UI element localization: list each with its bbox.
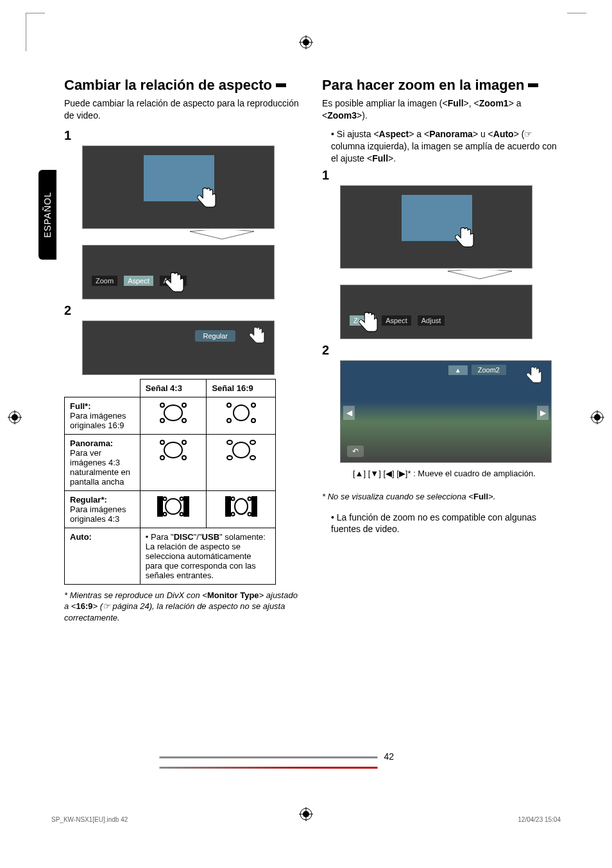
svg-point-44 [231, 512, 234, 515]
footer-right: 12/04/23 15:04 [518, 816, 561, 823]
row-auto-label: Auto: [70, 532, 92, 542]
svg-point-36 [180, 497, 183, 500]
left-intro: Puede cambiar la relación de aspecto par… [64, 97, 303, 122]
auto-text-a: Para " [151, 532, 174, 542]
language-tab: ESPAÑOL [38, 170, 56, 260]
menu-zoom: Zoom [92, 276, 117, 286]
registration-mark-left [8, 410, 22, 426]
r-step-2-label: 2 [322, 343, 561, 358]
svg-point-24 [182, 440, 186, 444]
shape-reg-43 [140, 490, 207, 528]
registration-mark-right [590, 410, 604, 426]
row-auto: Auto: [65, 528, 140, 584]
right-bullet-2: La función de zoom no es compatible con … [331, 512, 561, 536]
row-full-desc: Para imágenes originales 16:9 [70, 411, 126, 430]
svg-point-3 [303, 39, 309, 46]
step2-screenshot: Regular [82, 321, 275, 375]
right-intro: Es posible ampliar la imagen (<Full>, <Z… [322, 97, 561, 122]
ri-b: >, < [464, 98, 479, 108]
svg-point-30 [227, 456, 232, 460]
svg-point-21 [251, 419, 255, 422]
fn-169: 16:9 [76, 601, 92, 611]
step-2-label: 2 [64, 303, 303, 318]
nav-right-icon: ▶ [537, 406, 548, 420]
arrow-keys-note: [▲] [▼] [◀] [▶]* : Mueve el cuadro de am… [353, 468, 561, 480]
zoom-topbar: ▲ Zoom2 [448, 365, 506, 375]
b1-c: > u < [473, 129, 493, 139]
ri-a: Es posible ampliar la imagen (< [322, 98, 448, 108]
svg-point-12 [164, 405, 182, 421]
page-number: 42 [153, 751, 459, 772]
tap-hand-icon [356, 310, 384, 340]
registration-mark-top [299, 35, 313, 51]
heading-rule-icon [528, 83, 538, 87]
footer-left: SP_KW-NSX1[EU].indb 42 [51, 816, 128, 823]
fn-a: * Mientras se reproduce un DivX con < [64, 590, 207, 600]
aspect-table: Señal 4:3 Señal 16:9 Full*: Para imágene… [64, 379, 276, 585]
left-heading: Cambiar la relación de aspecto [64, 77, 303, 94]
auto-slash: "/" [194, 532, 202, 542]
row-auto-desc: • Para "DISC"/"USB" solamente: La relaci… [140, 528, 275, 584]
shape-full-43 [140, 397, 207, 434]
flow-arrow-icon [141, 230, 303, 244]
auto-disc: DISC [174, 532, 194, 542]
menu-adjust: Adjust [418, 315, 445, 326]
row-full-label: Full*: [70, 401, 91, 411]
aspect-pill: Regular [195, 330, 235, 342]
b1-auto: Auto [493, 129, 514, 139]
left-column: Cambiar la relación de aspecto Puede cam… [64, 77, 303, 623]
ri-full: Full [448, 98, 464, 108]
crop-mark [26, 13, 45, 51]
col-header-43: Señal 4:3 [140, 379, 207, 397]
tap-hand-icon [247, 325, 270, 350]
tap-hand-icon [162, 270, 191, 300]
svg-point-20 [227, 419, 231, 422]
nav-left-icon: ◀ [343, 406, 355, 420]
row-full: Full*: Para imágenes originales 16:9 [65, 397, 140, 434]
svg-point-37 [164, 512, 167, 515]
back-icon: ↶ [347, 446, 364, 457]
b1-a: Si ajusta < [337, 129, 379, 139]
left-heading-text: Cambiar la relación de aspecto [64, 77, 272, 94]
step-1-label: 1 [64, 128, 303, 143]
right-column: Para hacer zoom en la imagen Es posible … [322, 77, 561, 623]
right-heading: Para hacer zoom en la imagen [322, 77, 561, 94]
row-regular-label: Regular*: [70, 495, 107, 505]
r-step1-screenshot-b: Zoom Aspect Adjust [340, 285, 532, 339]
svg-point-35 [164, 497, 167, 500]
row-regular-desc: Para imágenes originales 4:3 [70, 505, 126, 524]
step1-screenshot-b: Zoom Aspect Adjust [82, 245, 275, 299]
shape-full-169 [207, 397, 276, 434]
svg-rect-40 [251, 496, 257, 517]
svg-point-38 [180, 512, 183, 515]
right-bullet-1: Si ajusta <Aspect> a <Panorama> u <Auto>… [331, 128, 561, 165]
ri-d: >). [357, 110, 368, 121]
svg-rect-33 [183, 496, 189, 517]
svg-rect-39 [225, 496, 231, 517]
r-step1-screenshot-a [340, 185, 532, 269]
b1-aspect: Aspect [379, 129, 409, 139]
tap-hand-icon [524, 365, 547, 390]
menu-aspect: Aspect [124, 276, 153, 286]
svg-point-42 [231, 497, 234, 500]
shape-reg-169 [207, 490, 276, 528]
svg-point-19 [251, 403, 255, 407]
right-asterisk-note: * No se visualiza cuando se selecciona <… [322, 491, 561, 503]
crop-mark [567, 13, 586, 51]
svg-point-28 [227, 440, 232, 444]
ri-z1: Zoom1 [479, 98, 509, 108]
up-arrow-icon: ▲ [448, 365, 468, 375]
svg-point-14 [182, 403, 186, 407]
step1-screenshot-a [82, 146, 275, 229]
svg-point-26 [182, 456, 186, 460]
svg-point-15 [160, 419, 164, 422]
ri-z3: Zoom3 [327, 110, 357, 121]
svg-point-45 [248, 512, 251, 515]
an-full: Full [473, 492, 488, 501]
row-panorama: Panorama: Para ver imágenes 4:3 naturalm… [65, 434, 140, 490]
row-panorama-desc: Para ver imágenes 4:3 naturalmente en pa… [70, 448, 130, 487]
heading-rule-icon [276, 83, 286, 87]
an-b: >. [488, 492, 495, 501]
svg-point-16 [182, 419, 186, 422]
svg-point-34 [166, 499, 181, 514]
